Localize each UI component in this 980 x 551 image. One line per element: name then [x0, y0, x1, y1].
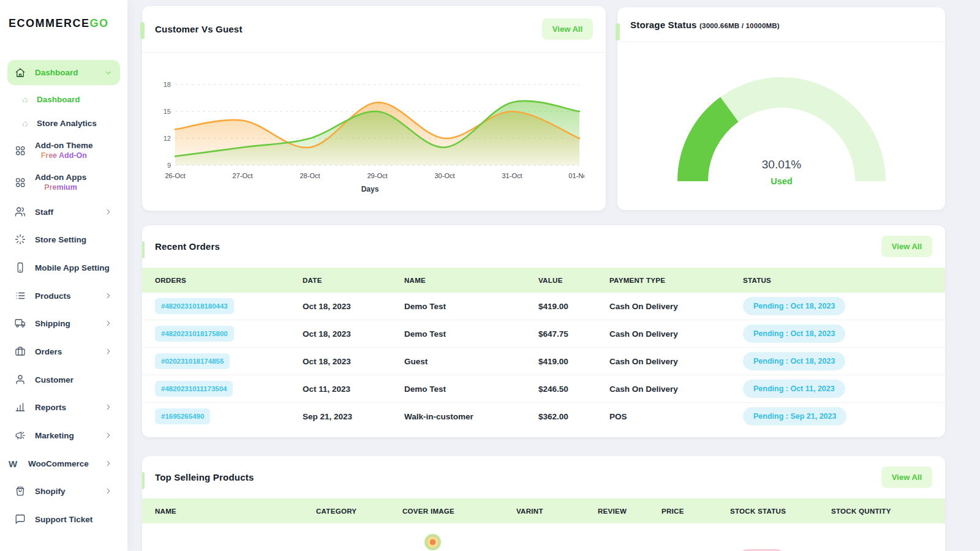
order-status-badge: Pending : Oct 18, 2023: [743, 352, 845, 370]
order-name-cell: Walk-in-customer: [404, 412, 538, 421]
megaphone-icon: [15, 430, 26, 441]
order-id-cell: #1695265490: [155, 408, 303, 424]
column-header: DATE: [303, 277, 404, 284]
order-id-link[interactable]: #4820231018175800: [155, 326, 234, 342]
chevron-right-icon: [104, 208, 113, 216]
column-header: NAME: [404, 277, 538, 284]
column-header: NAME: [155, 508, 316, 515]
chevron-right-icon: [104, 291, 113, 300]
order-id-cell: #4820231018180443: [155, 298, 303, 314]
sidebar-item-customer[interactable]: Customer: [7, 368, 120, 391]
order-id-cell: #020231018174855: [155, 353, 303, 369]
storage-gauge: 30.01% Used: [617, 42, 945, 210]
order-row: #1695265490Sep 21, 2023Walk-in-customer$…: [142, 403, 945, 430]
svg-text:01-Nov: 01-Nov: [568, 172, 584, 179]
order-id-cell: #4820231018175800: [155, 326, 303, 342]
sidebar-item-orders[interactable]: Orders: [7, 340, 120, 363]
svg-text:26-Oct: 26-Oct: [165, 172, 185, 179]
sidebar-subitem-store-analytics[interactable]: Store Analytics: [7, 111, 120, 135]
chevron-right-icon: [104, 487, 113, 495]
order-status-badge: Pending : Sep 21, 2023: [743, 407, 846, 425]
smartphone-icon: [15, 262, 26, 273]
sidebar-item-addon-theme[interactable]: Add-on Theme Free Add-On: [7, 138, 120, 163]
column-header: REVIEW: [598, 508, 662, 515]
order-name-cell: Demo Test: [404, 329, 538, 339]
sidebar-item-dashboard[interactable]: Dashboard: [7, 60, 120, 85]
order-payment-cell: POS: [609, 412, 743, 421]
column-header: PRICE: [662, 508, 730, 515]
column-header: STOCK STATUS: [730, 508, 831, 515]
sidebar-item-label: Store Analytics: [37, 119, 97, 128]
svg-text:Days: Days: [361, 185, 379, 193]
sidebar-subitem-dashboard[interactable]: Dashboard: [7, 88, 120, 111]
sidebar-item-support-ticket[interactable]: Support Ticket: [7, 508, 120, 531]
svg-text:27-Oct: 27-Oct: [232, 172, 252, 179]
order-status-cell: Pending : Oct 18, 2023: [743, 297, 945, 315]
card-title: Customer Vs Guest: [155, 24, 243, 34]
sidebar-item-staff[interactable]: Staff: [7, 200, 120, 223]
order-row: #4820231018175800Oct 18, 2023Demo Test$6…: [142, 320, 945, 348]
bar-chart-icon: [15, 402, 26, 413]
loader-icon: [15, 234, 26, 245]
truck-icon: [15, 318, 26, 329]
order-value-cell: $362.00: [538, 412, 609, 421]
sidebar-item-shopify[interactable]: Shopify: [7, 479, 120, 503]
sidebar-fade: [0, 528, 127, 551]
order-id-link[interactable]: #4820231011173504: [155, 381, 233, 397]
column-header: STATUS: [743, 277, 945, 284]
chevron-right-icon: [104, 347, 113, 356]
sidebar-item-shipping[interactable]: Shipping: [7, 312, 120, 335]
customer-vs-guest-card: Customer Vs Guest View All 912151826-Oct…: [142, 6, 606, 211]
sidebar-item-products[interactable]: Products: [7, 284, 120, 307]
addon-badge: Free Add-On: [35, 151, 93, 161]
grid-icon: [15, 145, 26, 156]
order-payment-cell: Cash On Delivery: [609, 357, 743, 366]
view-all-button[interactable]: View All: [881, 236, 932, 257]
sidebar-item-marketing[interactable]: Marketing: [7, 424, 120, 447]
sidebar: ECOMMERCEGO Dashboard Dashboard Store An…: [0, 0, 127, 551]
woocommerce-icon: W: [7, 459, 18, 469]
sidebar-item-addon-apps[interactable]: Add-on Apps Premium: [7, 170, 120, 195]
recent-orders-card: Recent Orders View All ORDERSDATENAMEVAL…: [142, 225, 945, 437]
home-icon: [15, 67, 26, 78]
svg-text:18: 18: [164, 81, 171, 88]
users-icon: [15, 206, 26, 217]
view-all-button[interactable]: View All: [542, 18, 593, 40]
sidebar-item-label: Store Setting: [35, 235, 86, 244]
sidebar-item-store-setting[interactable]: Store Setting: [7, 228, 120, 251]
order-id-link[interactable]: #1695265490: [155, 408, 210, 424]
order-payment-cell: Cash On Delivery: [609, 329, 743, 339]
column-header: STOCK QUNTITY: [831, 508, 945, 515]
order-id-link[interactable]: #020231018174855: [155, 353, 230, 369]
order-id-link[interactable]: #4820231018180443: [155, 298, 234, 314]
order-value-cell: $647.75: [538, 329, 609, 339]
order-row: #4820231018180443Oct 18, 2023Demo Test$4…: [142, 293, 945, 320]
card-title: Top Selleing Products: [155, 472, 254, 482]
order-date-cell: Oct 18, 2023: [303, 302, 404, 311]
order-status-badge: Pending : Oct 18, 2023: [743, 324, 845, 343]
logo-text: ECOMMERCE: [9, 17, 90, 29]
column-header: ORDERS: [155, 277, 303, 284]
list-icon: [15, 290, 26, 301]
sidebar-item-label: Dashboard: [35, 68, 78, 77]
orders-table-header: ORDERSDATENAMEVALUEPAYMENT TYPESTATUS: [142, 268, 945, 293]
sidebar-item-mobile-app-setting[interactable]: Mobile App Setting: [7, 256, 120, 279]
order-status-badge: Pending : Oct 18, 2023: [743, 297, 845, 315]
svg-text:12: 12: [164, 135, 171, 142]
area-chart: 912151826-Oct27-Oct28-Oct29-Oct30-Oct31-…: [156, 71, 584, 193]
storage-used-label: Used: [771, 176, 792, 186]
view-all-button[interactable]: View All: [881, 467, 932, 488]
sidebar-item-label: Products: [35, 291, 71, 301]
logo-accent: GO: [90, 17, 109, 29]
chevron-right-icon: [104, 319, 113, 328]
sidebar-item-label: Orders: [35, 347, 62, 356]
svg-text:9: 9: [167, 162, 171, 169]
logo[interactable]: ECOMMERCEGO: [9, 17, 109, 30]
order-date-cell: Sep 21, 2023: [303, 412, 404, 421]
order-status-badge: Pending : Oct 11, 2023: [743, 380, 845, 398]
order-value-cell: $419.00: [538, 357, 609, 366]
chevron-right-icon: [104, 403, 113, 411]
sidebar-item-woocommerce[interactable]: W WooCommerce: [7, 452, 120, 475]
sidebar-item-label: Support Ticket: [35, 515, 92, 524]
sidebar-item-reports[interactable]: Reports: [7, 395, 120, 419]
